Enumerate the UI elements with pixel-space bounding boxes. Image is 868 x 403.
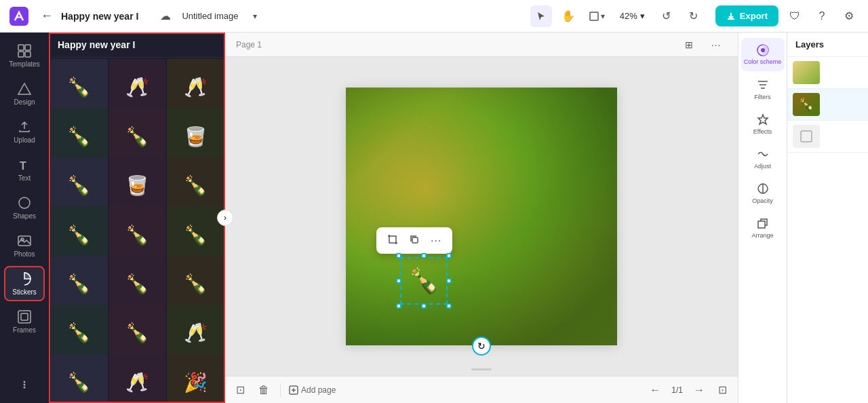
sidebar-item-templates-label: Templates xyxy=(9,60,40,68)
sidebar-item-text[interactable]: T Text xyxy=(4,152,45,187)
handle-br[interactable] xyxy=(446,303,452,309)
selection-handles xyxy=(399,256,449,306)
handle-tl[interactable] xyxy=(396,253,401,258)
svg-point-15 xyxy=(24,381,26,383)
panel-toggle-button[interactable]: › xyxy=(217,210,233,226)
svg-marker-27 xyxy=(758,115,768,124)
layers-header: Layers xyxy=(787,33,868,57)
redo-button[interactable]: ↻ xyxy=(683,5,705,27)
templates-panel: Happy new year I 🍾🥂🥂🍾🍾🥃🍾🥃🍾🍾🍾🍾🍾🍾🍾🍾🍾🥂🍾🥂🎉 › xyxy=(49,33,225,403)
template-thumb-3[interactable]: 🍾 xyxy=(51,108,108,165)
templates-panel-title: Happy new year I xyxy=(58,39,135,50)
selected-sticker[interactable]: 🍾 xyxy=(400,257,448,305)
back-button[interactable]: ← xyxy=(38,6,56,26)
svg-point-14 xyxy=(24,384,26,386)
sidebar-item-photos[interactable]: Photos xyxy=(4,228,45,263)
svg-rect-2 xyxy=(18,45,24,50)
undo-button[interactable]: ↺ xyxy=(656,5,677,27)
svg-rect-3 xyxy=(25,45,31,50)
context-more-button[interactable]: ··· xyxy=(427,232,446,250)
next-page-button[interactable]: → xyxy=(691,381,707,399)
template-thumb-19[interactable]: 🥂 xyxy=(109,354,166,403)
svg-rect-5 xyxy=(25,52,31,57)
template-thumb-6[interactable]: 🍾 xyxy=(51,157,108,214)
topbar-right-actions: Export 🛡 ? ⚙ xyxy=(710,5,860,27)
handle-bl[interactable] xyxy=(396,303,401,309)
handle-tr[interactable] xyxy=(446,253,452,258)
bottom-delete-button[interactable]: 🗑 xyxy=(256,381,272,399)
export-label: Export xyxy=(740,11,768,21)
zoom-caret-icon: ▾ xyxy=(640,11,645,21)
template-thumb-8[interactable]: 🍾 xyxy=(167,157,224,214)
template-thumb-14[interactable]: 🍾 xyxy=(167,256,224,313)
topbar: ← Happy new year I ☁ Untitled image ▾ ✋ … xyxy=(0,0,868,33)
rotate-handle-button[interactable]: ↻ xyxy=(472,337,491,356)
zoom-button[interactable]: 42% ▾ xyxy=(614,8,650,24)
frame-tool-button[interactable]: ▾ xyxy=(585,5,609,27)
template-thumb-15[interactable]: 🍾 xyxy=(51,305,108,362)
context-crop-button[interactable] xyxy=(383,231,402,250)
export-button[interactable]: Export xyxy=(715,5,778,26)
bottom-duplicate-button[interactable]: ⊡ xyxy=(233,381,248,399)
canvas-page[interactable]: ··· 🍾 xyxy=(346,88,617,345)
page-label: Page 1 xyxy=(236,40,262,50)
sidebar-item-frames[interactable]: Frames xyxy=(4,304,45,339)
add-page-label: Add page xyxy=(301,385,336,395)
template-thumb-1[interactable]: 🥂 xyxy=(109,59,166,116)
layer-item-1[interactable] xyxy=(787,57,868,89)
doc-caret-button[interactable]: ▾ xyxy=(244,5,266,27)
color-scheme-popup-container: Color scheme ✕ Select color scheme ○ + A… xyxy=(587,38,750,278)
template-thumb-0[interactable]: 🍾 xyxy=(51,59,108,116)
save-cloud-icon[interactable]: ☁ xyxy=(155,5,176,27)
expand-button[interactable]: ⊡ xyxy=(715,381,730,399)
sidebar-item-stickers-label: Stickers xyxy=(12,288,37,296)
template-thumb-11[interactable]: 🍾 xyxy=(167,206,224,263)
sidebar-item-templates[interactable]: Templates xyxy=(4,38,45,73)
context-menu: ··· xyxy=(376,227,452,254)
help-button[interactable]: ? xyxy=(811,5,833,27)
template-thumb-4[interactable]: 🍾 xyxy=(109,108,166,165)
sidebar-item-design[interactable]: Design xyxy=(4,76,45,111)
hand-tool-button[interactable]: ✋ xyxy=(557,5,579,27)
tool-arrange-label: Arrange xyxy=(751,232,773,239)
layer-thumb-3 xyxy=(793,125,820,148)
template-thumb-10[interactable]: 🍾 xyxy=(109,206,166,263)
handle-mr[interactable] xyxy=(446,278,452,284)
svg-rect-29 xyxy=(801,131,812,142)
handle-ml[interactable] xyxy=(396,278,401,284)
svg-rect-21 xyxy=(412,237,418,243)
layer-thumb-2: 🍾 xyxy=(793,93,820,116)
layer-item-3[interactable] xyxy=(787,121,868,153)
template-thumb-5[interactable]: 🥃 xyxy=(167,108,224,165)
svg-rect-11 xyxy=(18,311,31,323)
template-thumb-12[interactable]: 🍾 xyxy=(51,256,108,313)
pointer-tool-button[interactable] xyxy=(530,5,552,27)
template-thumb-7[interactable]: 🥃 xyxy=(109,157,166,214)
template-thumb-17[interactable]: 🥂 xyxy=(167,305,224,362)
prev-page-button[interactable]: ← xyxy=(647,381,663,399)
template-thumb-18[interactable]: 🍾 xyxy=(51,354,108,403)
sidebar-more-button[interactable] xyxy=(4,372,45,398)
template-thumb-16[interactable]: 🍾 xyxy=(109,305,166,362)
doc-title: Untitled image xyxy=(182,11,238,21)
handle-tc[interactable] xyxy=(421,253,427,258)
sidebar-item-shapes[interactable]: Shapes xyxy=(4,190,45,225)
svg-rect-1 xyxy=(590,12,598,20)
template-thumb-2[interactable]: 🥂 xyxy=(167,59,224,116)
template-thumb-13[interactable]: 🍾 xyxy=(109,256,166,313)
settings-button[interactable]: ⚙ xyxy=(838,5,860,27)
layer-item-2[interactable]: 🍾 xyxy=(787,89,868,121)
canvas-background-image xyxy=(346,88,617,345)
svg-rect-28 xyxy=(758,221,765,228)
shield-button[interactable]: 🛡 xyxy=(784,5,806,27)
template-thumb-20[interactable]: 🎉 xyxy=(167,354,224,403)
handle-bc[interactable] xyxy=(421,303,427,309)
template-thumb-9[interactable]: 🍾 xyxy=(51,206,108,263)
sidebar-item-photos-label: Photos xyxy=(14,250,35,258)
context-duplicate-button[interactable] xyxy=(405,231,424,250)
layer-thumb-1 xyxy=(793,61,820,84)
layers-title: Layers xyxy=(795,39,824,50)
sidebar-item-upload[interactable]: Upload xyxy=(4,114,45,149)
sidebar-item-stickers[interactable]: Stickers xyxy=(4,266,45,301)
add-page-button[interactable]: Add page xyxy=(289,385,336,395)
